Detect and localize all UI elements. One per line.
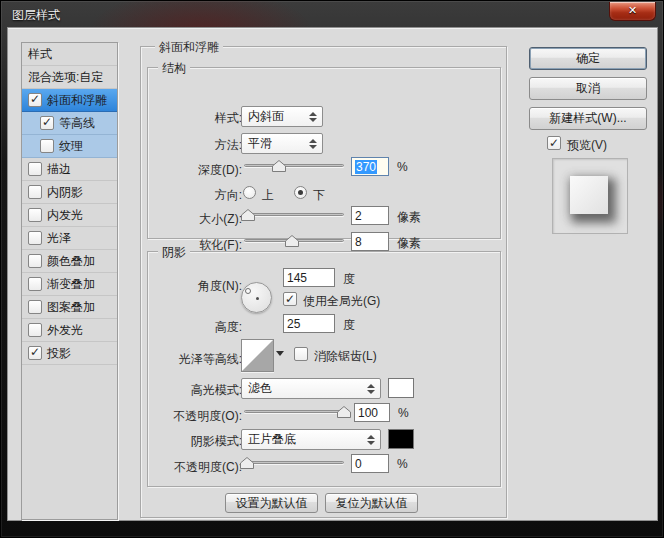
- new-style-button[interactable]: 新建样式(W)...: [529, 107, 647, 130]
- slider-thumb[interactable]: [337, 406, 351, 418]
- updown-arrows-icon: [367, 435, 375, 445]
- soften-unit: 像素: [397, 235, 421, 252]
- checkbox[interactable]: [40, 139, 54, 153]
- updown-arrows-icon: [309, 112, 317, 122]
- shadow-mode-dropdown[interactable]: 正片叠底: [241, 429, 381, 450]
- structure-group: 结构 样式: 内斜面 方法: 平滑 深度(D): 370 %: [147, 67, 501, 239]
- antialias-label: 消除锯齿(L): [314, 348, 377, 365]
- close-button[interactable]: ✕: [609, 2, 656, 21]
- slider-thumb[interactable]: [241, 209, 255, 221]
- angle-dial[interactable]: [241, 282, 272, 313]
- opacity-input[interactable]: 100: [354, 403, 390, 422]
- style-dropdown[interactable]: 内斜面: [241, 106, 323, 127]
- technique-dropdown[interactable]: 平滑: [241, 133, 323, 154]
- global-light-label: 使用全局光(G): [303, 293, 380, 310]
- checkbox[interactable]: [28, 254, 42, 268]
- shadow-opacity-input[interactable]: 0: [351, 454, 389, 473]
- layer-style-dialog: 图层样式 ✕ 样式 混合选项:自定 ✓ 斜面和浮雕 ✓ 等高线 纹理: [0, 0, 664, 538]
- highlight-mode-dropdown[interactable]: 滤色: [241, 378, 381, 399]
- altitude-label: 高度:: [154, 319, 242, 336]
- size-unit: 像素: [397, 209, 421, 226]
- title-bar[interactable]: 图层样式 ✕: [1, 1, 663, 27]
- depth-slider[interactable]: [244, 159, 344, 172]
- sidebar-item-drop-shadow[interactable]: ✓ 投影: [22, 342, 117, 365]
- size-input[interactable]: 2: [351, 206, 389, 225]
- sidebar-item-inner-glow[interactable]: 内发光: [22, 204, 117, 227]
- checkbox[interactable]: ✓: [28, 346, 42, 360]
- global-light-checkbox[interactable]: ✓: [283, 292, 297, 306]
- sidebar-item-inner-shadow[interactable]: 内阴影: [22, 181, 117, 204]
- updown-arrows-icon: [367, 384, 375, 394]
- gloss-contour-picker[interactable]: [241, 339, 274, 372]
- size-slider[interactable]: [244, 208, 344, 221]
- sidebar-item-color-overlay[interactable]: 颜色叠加: [22, 250, 117, 273]
- direction-down-radio[interactable]: [294, 186, 307, 199]
- checkbox[interactable]: ✓: [40, 116, 54, 130]
- size-label: 大小(Z):: [154, 211, 242, 228]
- gloss-contour-label: 光泽等高线:: [154, 351, 242, 368]
- checkbox[interactable]: [28, 162, 42, 176]
- soften-input[interactable]: 8: [351, 232, 389, 251]
- set-default-button[interactable]: 设置为默认值: [225, 493, 318, 513]
- opacity-unit: %: [398, 406, 409, 420]
- sidebar-item-blending-options[interactable]: 混合选项:自定: [22, 66, 117, 89]
- highlight-color-swatch[interactable]: [388, 378, 414, 398]
- check-icon: ✓: [30, 92, 40, 106]
- direction-up-radio[interactable]: [243, 186, 256, 199]
- checkbox[interactable]: [28, 323, 42, 337]
- shadow-opacity-slider[interactable]: [244, 456, 344, 469]
- slider-thumb[interactable]: [272, 160, 286, 172]
- sidebar-item-pattern-overlay[interactable]: 图案叠加: [22, 296, 117, 319]
- direction-down-label: 下: [313, 187, 325, 204]
- soften-slider[interactable]: [244, 234, 344, 247]
- ok-button[interactable]: 确定: [529, 47, 647, 70]
- sidebar-item-bevel-emboss[interactable]: ✓ 斜面和浮雕: [22, 89, 117, 112]
- dialog-title: 图层样式: [12, 7, 60, 24]
- sidebar-item-stroke[interactable]: 描边: [22, 158, 117, 181]
- opacity-slider[interactable]: [244, 405, 348, 418]
- checkbox[interactable]: [28, 185, 42, 199]
- shading-group: 阴影 角度(N): 145 度 ✓ 使用全局光(G) 高度: 25 度 光泽等高…: [147, 251, 501, 487]
- angle-indicator: [245, 288, 251, 294]
- antialias-checkbox[interactable]: [294, 347, 308, 361]
- sidebar-item-outer-glow[interactable]: 外发光: [22, 319, 117, 342]
- shadow-opacity-unit: %: [397, 457, 408, 471]
- cancel-button[interactable]: 取消: [529, 77, 647, 100]
- contour-thumbnail: [242, 340, 273, 371]
- altitude-unit: 度: [343, 317, 355, 334]
- preview-checkbox[interactable]: ✓: [547, 136, 561, 150]
- angle-input[interactable]: 145: [283, 268, 335, 287]
- sidebar-item-contour[interactable]: ✓ 等高线: [22, 112, 117, 135]
- sidebar-item-satin[interactable]: 光泽: [22, 227, 117, 250]
- bevel-emboss-panel: 斜面和浮雕 结构 样式: 内斜面 方法: 平滑 深度(D):: [140, 46, 507, 518]
- sidebar-item-texture[interactable]: 纹理: [22, 135, 117, 158]
- close-icon: ✕: [628, 4, 637, 16]
- altitude-input[interactable]: 25: [283, 314, 335, 333]
- opacity-label: 不透明度(O):: [154, 408, 242, 425]
- depth-label: 深度(D):: [154, 162, 242, 179]
- checkbox[interactable]: ✓: [28, 93, 42, 107]
- shadow-color-swatch[interactable]: [388, 429, 414, 449]
- style-label: 样式:: [154, 110, 242, 127]
- shadow-mode-label: 阴影模式:: [154, 433, 242, 450]
- shading-group-title: 阴影: [158, 244, 190, 261]
- slider-thumb[interactable]: [285, 235, 299, 247]
- dialog-body: 样式 混合选项:自定 ✓ 斜面和浮雕 ✓ 等高线 纹理 描边: [7, 27, 658, 521]
- highlight-mode-label: 高光模式:: [154, 382, 242, 399]
- checkbox[interactable]: [28, 300, 42, 314]
- sidebar-item-styles-header[interactable]: 样式: [22, 43, 117, 66]
- effect-preview: [552, 158, 628, 234]
- contour-dropdown-icon[interactable]: [276, 351, 284, 356]
- preview-label: 预览(V): [567, 137, 607, 154]
- angle-label: 角度(N):: [154, 278, 242, 295]
- structure-group-title: 结构: [158, 60, 190, 77]
- checkbox[interactable]: [28, 231, 42, 245]
- checkbox[interactable]: [28, 277, 42, 291]
- check-icon: ✓: [285, 292, 295, 306]
- depth-input[interactable]: 370: [351, 157, 389, 176]
- panel-title: 斜面和浮雕: [155, 39, 223, 56]
- sidebar-item-gradient-overlay[interactable]: 渐变叠加: [22, 273, 117, 296]
- slider-thumb[interactable]: [240, 457, 254, 469]
- reset-default-button[interactable]: 复位为默认值: [325, 493, 418, 513]
- checkbox[interactable]: [28, 208, 42, 222]
